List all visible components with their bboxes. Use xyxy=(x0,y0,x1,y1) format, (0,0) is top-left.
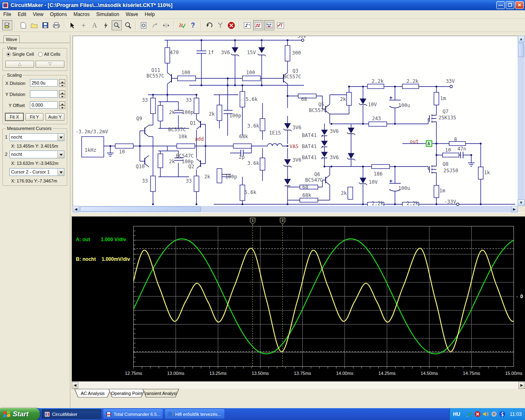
tab-operating-point[interactable]: Operating Point xyxy=(108,389,145,397)
svg-text:Q2: Q2 xyxy=(188,164,194,169)
chevron-down-icon[interactable] xyxy=(57,169,64,176)
place-part-icon[interactable]: + xyxy=(78,20,89,30)
cursor1-select[interactable]: nocht xyxy=(9,133,64,141)
menu-options[interactable]: Options xyxy=(47,11,70,18)
chevron-down-icon[interactable] xyxy=(57,134,64,141)
cursor-diff-select[interactable]: Cursor 2 - Cursor 1 xyxy=(9,168,64,176)
zoom-tool-icon[interactable] xyxy=(123,20,133,30)
cell-down-button[interactable]: ▽ xyxy=(36,61,64,68)
svg-text:1kHz: 1kHz xyxy=(84,147,96,153)
rotate-icon[interactable] xyxy=(150,20,160,30)
print-icon[interactable] xyxy=(51,20,62,30)
svg-text:BAT41: BAT41 xyxy=(302,132,317,138)
power-tool-icon[interactable] xyxy=(100,20,111,30)
svg-text:13.00ms: 13.00ms xyxy=(167,371,185,376)
taskbar-item-total-commander[interactable]: Total Commander 6.5... xyxy=(103,409,163,419)
wave-tab[interactable]: Wave xyxy=(3,35,20,43)
radio-single-cell[interactable]: Single Cell xyxy=(6,52,34,57)
select-arrow-icon[interactable] xyxy=(67,20,78,30)
x-division-spinner[interactable] xyxy=(59,79,65,87)
language-indicator[interactable]: HU xyxy=(453,411,460,417)
taskbar-item-circuitmaker[interactable]: CircuitMaker xyxy=(42,409,101,419)
svg-text:10k: 10k xyxy=(178,134,187,139)
svg-text:68: 68 xyxy=(301,96,307,102)
scroll-right-icon[interactable]: ▶ xyxy=(518,382,525,389)
scope-step-icon[interactable] xyxy=(275,20,285,30)
wave-horizontal-scrollbar[interactable]: ◀ ▶ xyxy=(72,381,525,389)
test-probe-icon[interactable] xyxy=(215,20,225,30)
menu-view[interactable]: View xyxy=(30,11,47,18)
scroll-right-icon[interactable]: ▶ xyxy=(511,206,518,212)
menu-help[interactable]: Help xyxy=(142,11,158,18)
restore-button[interactable]: ❐ xyxy=(506,1,514,9)
bluetooth-icon[interactable] xyxy=(499,411,505,417)
cell-up-button[interactable]: △ xyxy=(5,61,34,68)
save-file-icon[interactable] xyxy=(40,20,50,30)
tab-ac-analysis[interactable]: AC Analysis xyxy=(74,389,111,397)
stop-simulation-icon[interactable] xyxy=(226,20,236,30)
fit-y-button[interactable]: Fit Y xyxy=(25,113,43,121)
scope-analog-icon[interactable] xyxy=(253,20,263,30)
svg-text:33V: 33V xyxy=(446,78,455,84)
svg-text:12.75ms: 12.75ms xyxy=(125,371,142,376)
scope-mixed-icon[interactable] xyxy=(264,20,274,30)
y-division-input[interactable] xyxy=(30,90,58,98)
svg-text:100: 100 xyxy=(181,70,190,75)
close-button[interactable]: ✕ xyxy=(515,1,524,9)
auto-y-button[interactable]: Auto Y xyxy=(46,113,64,121)
menu-simulation[interactable]: Simulation xyxy=(93,11,123,18)
cursor2-select[interactable]: nocht xyxy=(9,151,64,158)
chevron-down-icon[interactable] xyxy=(57,151,64,158)
schematic-canvas[interactable]: A 4701f3V615V30030VQ11BC557C100100Q3BC55… xyxy=(73,36,518,206)
menu-wave[interactable]: Wave xyxy=(123,11,142,18)
security-alert-icon[interactable] xyxy=(475,411,481,417)
taskbar-item-browser[interactable]: Hifi erősítők tervezés... xyxy=(165,409,224,419)
y-offset-input[interactable] xyxy=(30,101,58,109)
scroll-up-icon[interactable]: ▲ xyxy=(518,36,525,42)
open-file-icon[interactable] xyxy=(29,20,39,30)
svg-text:Q11: Q11 xyxy=(151,67,160,73)
scroll-left-icon[interactable]: ◀ xyxy=(73,206,79,212)
scroll-down-icon[interactable]: ▼ xyxy=(518,199,525,206)
undo-icon[interactable] xyxy=(204,20,214,30)
fit-x-button[interactable]: Fit X xyxy=(5,113,23,121)
menu-file[interactable]: File xyxy=(0,11,14,18)
start-button[interactable]: Start xyxy=(0,408,40,420)
text-tool-icon[interactable]: A xyxy=(89,20,100,30)
svg-text:15.00ms: 15.00ms xyxy=(505,371,523,376)
pane-splitter[interactable] xyxy=(71,212,525,217)
menu-macros[interactable]: Macros xyxy=(70,11,93,18)
search-document-icon[interactable] xyxy=(139,20,149,30)
schematic-list-icon[interactable] xyxy=(2,20,12,30)
svg-text:3V6: 3V6 xyxy=(330,128,339,134)
scroll-left-icon[interactable]: ◀ xyxy=(72,382,78,389)
wire-check-icon[interactable] xyxy=(177,20,187,30)
svg-text:470: 470 xyxy=(170,50,179,55)
menu-edit[interactable]: Edit xyxy=(14,11,30,18)
split-view-icon[interactable] xyxy=(161,20,171,30)
scope-digital-icon[interactable] xyxy=(242,20,252,30)
y-division-spinner[interactable] xyxy=(59,90,65,98)
tab-transient-analysis[interactable]: Transient Analysis xyxy=(142,389,179,397)
svg-text:10V: 10V xyxy=(368,102,377,107)
minimize-button[interactable]: — xyxy=(496,1,505,9)
probe-a-letter: A xyxy=(427,141,430,146)
pen-tray-icon[interactable] xyxy=(466,411,472,417)
new-file-icon[interactable] xyxy=(18,20,28,30)
waveform-plot[interactable]: 120<12.75ms13.00ms13.25ms13.50ms13.75ms1… xyxy=(72,217,525,381)
update-tray-icon[interactable] xyxy=(491,411,497,417)
svg-text:BC557C: BC557C xyxy=(283,74,301,80)
waveform-panel[interactable]: A: out1.000 V/div B: nocht1.000mV/div 12… xyxy=(72,217,525,381)
circuit-horizontal-scrollbar[interactable]: ◀ ▶ xyxy=(73,206,518,212)
firefox-icon xyxy=(167,411,173,417)
help-icon[interactable]: ? xyxy=(188,20,198,30)
volume-icon[interactable] xyxy=(483,411,489,417)
svg-text:2.2k: 2.2k xyxy=(372,78,384,84)
x-division-input[interactable] xyxy=(30,79,58,87)
probe-zoom-icon[interactable] xyxy=(112,20,122,30)
radio-all-cells[interactable]: All Cells xyxy=(38,52,61,57)
svg-text:VAS: VAS xyxy=(290,144,299,149)
y-offset-spinner[interactable] xyxy=(59,101,65,109)
toolbar: + A ? xyxy=(0,19,525,32)
circuit-vertical-scrollbar[interactable]: ▲ ▼ xyxy=(518,36,525,206)
